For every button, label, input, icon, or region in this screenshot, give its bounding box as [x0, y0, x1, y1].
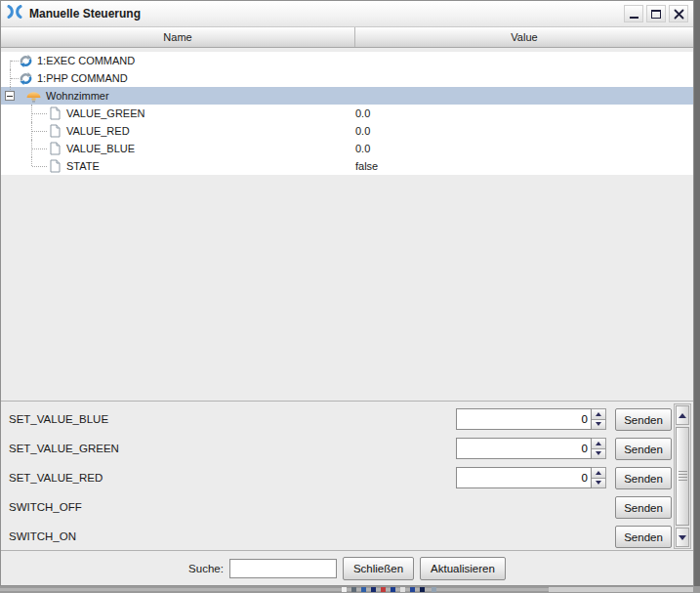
send-button[interactable]: Senden: [615, 408, 672, 431]
tree-row-value-blue[interactable]: VALUE_BLUE 0.0: [1, 140, 693, 157]
arrow-up-icon: [596, 471, 601, 475]
collapse-expander-icon[interactable]: [5, 91, 15, 101]
grip-icon: [679, 471, 687, 482]
value-cell: 0.0: [355, 107, 370, 119]
tree-guide: [32, 113, 47, 114]
arrow-down-icon: [596, 451, 601, 455]
tree-row-php-command[interactable]: 1:PHP COMMAND: [1, 69, 693, 87]
tree-guide: [31, 157, 32, 166]
spinner-buttons: [592, 438, 606, 459]
search-input[interactable]: [229, 559, 337, 578]
maximize-button[interactable]: [646, 5, 666, 22]
send-button[interactable]: Senden: [615, 496, 672, 519]
tree-item-label: 1:EXEC COMMAND: [37, 55, 135, 66]
taskbar-band: [0, 588, 549, 591]
command-row-switch-on: SWITCH_ON Senden: [1, 523, 672, 550]
app-logo-icon: [6, 5, 23, 22]
spinner-input[interactable]: [456, 408, 592, 430]
command-row-set-value-red: SET_VALUE_RED Senden: [1, 464, 672, 491]
device-tree: 1:EXEC COMMAND 1:PHP COMMAND: [1, 48, 693, 401]
footer-bar: Suche: Schließen Aktualisieren: [1, 550, 693, 585]
tree-item-label: VALUE_RED: [66, 125, 130, 137]
arrow-down-icon: [596, 422, 601, 426]
tree-row-value-green[interactable]: VALUE_GREEN 0.0: [1, 105, 693, 122]
tree-guide: [32, 166, 47, 167]
taskbar-icon-fragment: [400, 587, 405, 592]
command-row-set-value-blue: SET_VALUE_BLUE Senden: [1, 405, 672, 433]
sync-icon: [19, 71, 33, 88]
tree-row-value-red[interactable]: VALUE_RED 0.0: [1, 122, 693, 140]
value-spinner: [456, 467, 606, 488]
column-header-name[interactable]: Name: [1, 27, 355, 47]
tree-row-exec-command[interactable]: 1:EXEC COMMAND: [1, 52, 693, 69]
spinner-up-button[interactable]: [592, 467, 606, 479]
tree-guide: [11, 78, 19, 79]
send-button[interactable]: Senden: [615, 526, 672, 548]
command-label: SET_VALUE_GREEN: [9, 443, 119, 454]
minimize-button[interactable]: [624, 5, 643, 22]
tree-guide: [32, 148, 47, 149]
search-label: Suche:: [188, 563, 224, 574]
send-button[interactable]: Senden: [615, 467, 672, 489]
close-button[interactable]: Schließen: [343, 557, 414, 580]
document-icon: [50, 106, 61, 122]
value-spinner: [456, 438, 606, 459]
tree-guide: [10, 61, 11, 69]
tree-item-label: 1:PHP COMMAND: [37, 72, 128, 84]
taskbar-icon-fragment: [342, 587, 347, 592]
taskbar-band: [549, 587, 693, 592]
spinner-input[interactable]: [456, 467, 592, 488]
document-icon: [50, 159, 61, 175]
spinner-up-button[interactable]: [592, 438, 606, 449]
document-icon: [50, 124, 61, 140]
title-bar[interactable]: Manuelle Steuerung: [1, 1, 693, 27]
command-row-set-value-green: SET_VALUE_GREEN Senden: [1, 435, 672, 462]
taskbar-icon-fragment: [381, 587, 386, 592]
arrow-down-icon: [596, 481, 601, 485]
value-cell: false: [355, 160, 378, 172]
spinner-up-button[interactable]: [592, 408, 606, 420]
maximize-icon: [651, 10, 661, 19]
scroll-down-button[interactable]: [676, 528, 689, 547]
refresh-button[interactable]: Aktualisieren: [420, 557, 506, 580]
value-cell: 0.0: [355, 125, 370, 137]
tree-item-label: VALUE_GREEN: [66, 107, 145, 119]
window-title: Manuelle Steuerung: [29, 7, 141, 21]
send-button[interactable]: Senden: [615, 438, 672, 460]
tree-row-state[interactable]: STATE false: [1, 157, 693, 175]
spinner-down-button[interactable]: [592, 420, 606, 431]
taskbar-icon-fragment: [351, 587, 356, 592]
arrow-down-icon: [679, 535, 686, 540]
column-header-value[interactable]: Value: [355, 27, 693, 47]
tree-item-label: STATE: [66, 160, 100, 172]
commands-scrollbar[interactable]: [674, 403, 691, 549]
taskbar-icon-fragment: [391, 587, 395, 592]
command-label: SWITCH_OFF: [9, 501, 82, 513]
close-icon: [674, 9, 684, 20]
spinner-down-button[interactable]: [592, 449, 606, 460]
tree-row-wohnzimmer[interactable]: Wohnzimmer: [1, 87, 693, 105]
command-label: SWITCH_ON: [9, 530, 76, 542]
sync-icon: [19, 54, 33, 70]
scrollbar-thumb[interactable]: [676, 427, 689, 526]
arrow-up-icon: [679, 413, 686, 418]
tree-item-label: VALUE_BLUE: [66, 143, 135, 154]
scroll-up-button[interactable]: [676, 405, 689, 425]
tree-item-label: Wohnzimmer: [46, 90, 109, 102]
command-label: SET_VALUE_BLUE: [9, 413, 108, 425]
command-panel: SET_VALUE_BLUE Senden SET_VALUE_GREEN Se…: [1, 401, 693, 550]
close-window-button[interactable]: [669, 5, 688, 22]
spinner-down-button[interactable]: [592, 479, 606, 489]
value-cell: 0.0: [355, 143, 370, 154]
arrow-up-icon: [596, 412, 601, 416]
minimize-icon: [630, 17, 638, 19]
document-icon: [50, 142, 61, 157]
command-label: SET_VALUE_RED: [9, 472, 103, 484]
tree-guide: [11, 61, 19, 62]
lamp-icon: [25, 89, 42, 106]
taskbar-icon-fragment: [371, 587, 376, 592]
manual-control-window: Manuelle Steuerung Name Value: [0, 0, 694, 586]
command-row-switch-off: SWITCH_OFF Senden: [1, 493, 672, 521]
taskbar-sliver: [0, 586, 700, 593]
spinner-input[interactable]: [456, 438, 592, 459]
